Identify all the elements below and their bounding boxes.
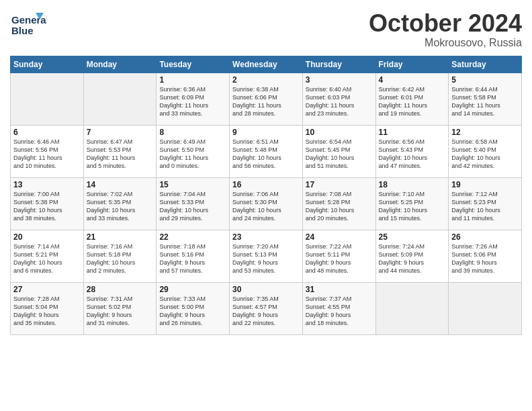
day-number: 10 (306, 128, 373, 137)
day-number: 8 (159, 128, 226, 137)
calendar-cell: 30Sunrise: 7:35 AM Sunset: 4:57 PM Dayli… (230, 282, 303, 334)
day-number: 13 (13, 180, 81, 189)
day-number: 24 (306, 232, 373, 242)
header-thursday: Thursday (302, 56, 375, 73)
day-content: Sunrise: 6:44 AM Sunset: 5:58 PM Dayligh… (451, 85, 519, 118)
day-number: 23 (232, 232, 300, 242)
day-number: 14 (87, 180, 154, 189)
calendar-cell: 9Sunrise: 6:51 AM Sunset: 5:48 PM Daylig… (230, 125, 303, 177)
day-content: Sunrise: 6:42 AM Sunset: 6:01 PM Dayligh… (379, 85, 446, 118)
calendar-cell: 31Sunrise: 7:37 AM Sunset: 4:55 PM Dayli… (302, 282, 375, 334)
day-number: 29 (159, 285, 226, 294)
day-number: 26 (451, 232, 519, 242)
day-number: 30 (232, 285, 300, 294)
calendar-table: Sunday Monday Tuesday Wednesday Thursday… (10, 56, 522, 335)
calendar-week-1: 1Sunrise: 6:36 AM Sunset: 6:09 PM Daylig… (11, 73, 522, 125)
day-content: Sunrise: 7:20 AM Sunset: 5:13 PM Dayligh… (232, 242, 300, 275)
calendar-cell: 11Sunrise: 6:56 AM Sunset: 5:43 PM Dayli… (375, 125, 449, 177)
calendar-cell: 29Sunrise: 7:33 AM Sunset: 5:00 PM Dayli… (157, 282, 230, 334)
calendar-cell: 21Sunrise: 7:16 AM Sunset: 5:18 PM Dayli… (83, 230, 157, 282)
day-number: 22 (159, 232, 226, 242)
day-content: Sunrise: 7:12 AM Sunset: 5:23 PM Dayligh… (451, 190, 519, 223)
day-number: 6 (13, 128, 81, 137)
day-content: Sunrise: 7:06 AM Sunset: 5:30 PM Dayligh… (232, 190, 300, 223)
calendar-cell (375, 282, 449, 334)
calendar-cell: 2Sunrise: 6:38 AM Sunset: 6:06 PM Daylig… (230, 73, 303, 125)
day-number: 28 (87, 285, 154, 294)
day-number: 18 (379, 180, 446, 189)
day-content: Sunrise: 7:35 AM Sunset: 4:57 PM Dayligh… (232, 295, 300, 328)
day-content: Sunrise: 7:24 AM Sunset: 5:09 PM Dayligh… (379, 242, 446, 275)
day-content: Sunrise: 7:04 AM Sunset: 5:33 PM Dayligh… (159, 190, 226, 223)
calendar-cell: 6Sunrise: 6:46 AM Sunset: 5:56 PM Daylig… (11, 125, 84, 177)
day-number: 7 (87, 128, 154, 137)
calendar-cell (83, 73, 157, 125)
calendar-week-4: 20Sunrise: 7:14 AM Sunset: 5:21 PM Dayli… (11, 230, 522, 282)
title-area: October 2024 Mokrousovo, Russia (369, 10, 522, 49)
header: General Blue October 2024 Mokrousovo, Ru… (10, 10, 522, 49)
header-monday: Monday (83, 56, 157, 73)
day-number: 17 (306, 180, 373, 189)
day-content: Sunrise: 6:40 AM Sunset: 6:03 PM Dayligh… (306, 85, 373, 118)
day-number: 27 (13, 285, 81, 294)
day-content: Sunrise: 7:00 AM Sunset: 5:38 PM Dayligh… (13, 190, 81, 223)
calendar-cell: 26Sunrise: 7:26 AM Sunset: 5:06 PM Dayli… (449, 230, 522, 282)
calendar-page: General Blue October 2024 Mokrousovo, Ru… (0, 0, 532, 411)
calendar-cell: 12Sunrise: 6:58 AM Sunset: 5:40 PM Dayli… (449, 125, 522, 177)
day-number: 25 (379, 232, 446, 242)
calendar-cell: 27Sunrise: 7:28 AM Sunset: 5:04 PM Dayli… (11, 282, 84, 334)
logo-area: General Blue (10, 10, 47, 40)
calendar-cell: 8Sunrise: 6:49 AM Sunset: 5:50 PM Daylig… (157, 125, 230, 177)
day-number: 5 (451, 75, 519, 85)
calendar-cell: 16Sunrise: 7:06 AM Sunset: 5:30 PM Dayli… (230, 177, 303, 230)
day-number: 3 (306, 75, 373, 85)
header-saturday: Saturday (449, 56, 522, 73)
day-number: 15 (159, 180, 226, 189)
day-content: Sunrise: 7:18 AM Sunset: 5:16 PM Dayligh… (159, 242, 226, 275)
calendar-cell: 1Sunrise: 6:36 AM Sunset: 6:09 PM Daylig… (157, 73, 230, 125)
header-sunday: Sunday (11, 56, 84, 73)
day-content: Sunrise: 7:10 AM Sunset: 5:25 PM Dayligh… (379, 190, 446, 223)
day-number: 1 (159, 75, 226, 85)
calendar-cell: 5Sunrise: 6:44 AM Sunset: 5:58 PM Daylig… (449, 73, 522, 125)
day-content: Sunrise: 7:28 AM Sunset: 5:04 PM Dayligh… (13, 295, 81, 328)
day-number: 19 (451, 180, 519, 189)
day-number: 11 (379, 128, 446, 137)
day-number: 21 (87, 232, 154, 242)
calendar-header: Sunday Monday Tuesday Wednesday Thursday… (11, 56, 522, 73)
calendar-cell: 13Sunrise: 7:00 AM Sunset: 5:38 PM Dayli… (11, 177, 84, 230)
calendar-cell (449, 282, 522, 334)
calendar-cell: 23Sunrise: 7:20 AM Sunset: 5:13 PM Dayli… (230, 230, 303, 282)
svg-text:Blue: Blue (11, 25, 34, 36)
day-content: Sunrise: 7:31 AM Sunset: 5:02 PM Dayligh… (87, 295, 154, 328)
day-content: Sunrise: 6:58 AM Sunset: 5:40 PM Dayligh… (451, 138, 519, 171)
calendar-cell: 24Sunrise: 7:22 AM Sunset: 5:11 PM Dayli… (302, 230, 375, 282)
day-content: Sunrise: 7:14 AM Sunset: 5:21 PM Dayligh… (13, 242, 81, 275)
day-content: Sunrise: 7:02 AM Sunset: 5:35 PM Dayligh… (87, 190, 154, 223)
day-content: Sunrise: 6:47 AM Sunset: 5:53 PM Dayligh… (87, 138, 154, 171)
calendar-cell: 19Sunrise: 7:12 AM Sunset: 5:23 PM Dayli… (449, 177, 522, 230)
calendar-week-2: 6Sunrise: 6:46 AM Sunset: 5:56 PM Daylig… (11, 125, 522, 177)
calendar-cell: 28Sunrise: 7:31 AM Sunset: 5:02 PM Dayli… (83, 282, 157, 334)
day-content: Sunrise: 6:49 AM Sunset: 5:50 PM Dayligh… (159, 138, 226, 171)
day-content: Sunrise: 6:38 AM Sunset: 6:06 PM Dayligh… (232, 85, 300, 118)
day-content: Sunrise: 7:22 AM Sunset: 5:11 PM Dayligh… (306, 242, 373, 275)
calendar-cell: 3Sunrise: 6:40 AM Sunset: 6:03 PM Daylig… (302, 73, 375, 125)
calendar-cell: 22Sunrise: 7:18 AM Sunset: 5:16 PM Dayli… (157, 230, 230, 282)
header-friday: Friday (375, 56, 449, 73)
calendar-cell: 10Sunrise: 6:54 AM Sunset: 5:45 PM Dayli… (302, 125, 375, 177)
day-content: Sunrise: 6:46 AM Sunset: 5:56 PM Dayligh… (13, 138, 81, 171)
calendar-cell: 25Sunrise: 7:24 AM Sunset: 5:09 PM Dayli… (375, 230, 449, 282)
day-number: 31 (306, 285, 373, 294)
calendar-cell: 15Sunrise: 7:04 AM Sunset: 5:33 PM Dayli… (157, 177, 230, 230)
day-content: Sunrise: 6:51 AM Sunset: 5:48 PM Dayligh… (232, 138, 300, 171)
header-tuesday: Tuesday (157, 56, 230, 73)
header-wednesday: Wednesday (230, 56, 303, 73)
day-number: 12 (451, 128, 519, 137)
weekday-header-row: Sunday Monday Tuesday Wednesday Thursday… (11, 56, 522, 73)
month-title: October 2024 (369, 10, 522, 37)
calendar-body: 1Sunrise: 6:36 AM Sunset: 6:09 PM Daylig… (11, 73, 522, 334)
day-number: 9 (232, 128, 300, 137)
calendar-cell: 4Sunrise: 6:42 AM Sunset: 6:01 PM Daylig… (375, 73, 449, 125)
calendar-week-3: 13Sunrise: 7:00 AM Sunset: 5:38 PM Dayli… (11, 177, 522, 230)
